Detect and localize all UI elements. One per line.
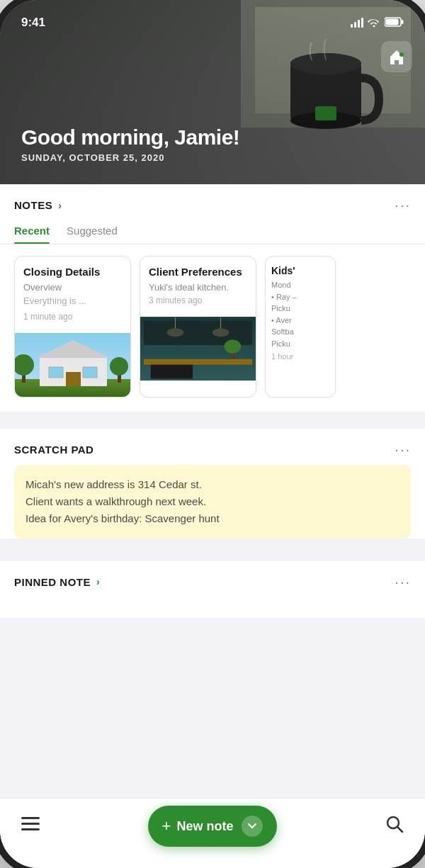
wifi-icon: [368, 17, 380, 29]
home-icon[interactable]: [381, 41, 412, 72]
tab-suggested[interactable]: Suggested: [67, 220, 118, 244]
svg-rect-29: [144, 359, 252, 364]
note-card-closing-details[interactable]: Closing Details Overview Everything is .…: [14, 256, 131, 398]
pinned-note-more-button[interactable]: ···: [395, 574, 411, 590]
status-icons: [351, 17, 404, 29]
note-image-kitchen: [140, 317, 256, 381]
tab-recent[interactable]: Recent: [14, 220, 50, 244]
notes-tabs: Recent Suggested: [0, 220, 425, 244]
note-preview-1: Everything is ...: [23, 295, 122, 306]
divider-2: [0, 553, 425, 561]
new-note-button[interactable]: + New note: [148, 806, 278, 847]
bottom-spacer: [0, 626, 425, 641]
pinned-note-arrow[interactable]: ›: [96, 576, 100, 587]
notes-title: NOTES ›: [14, 199, 62, 211]
pinned-note-title: PINNED NOTE ›: [14, 576, 100, 588]
partial-title: Kids': [271, 265, 329, 276]
hamburger-menu-icon[interactable]: [21, 817, 40, 835]
partial-body: Kids' Mond • Ray – Picku • Aver Softba P…: [266, 257, 335, 366]
scratch-pad-title: SCRATCH PAD: [14, 444, 94, 456]
svg-rect-34: [21, 823, 40, 825]
note-title-2: Client Preferences: [149, 265, 247, 279]
svg-point-26: [167, 328, 184, 337]
status-bar: 9:41: [0, 0, 425, 35]
note-time-1: 1 minute ago: [23, 312, 122, 322]
note-card-client-preferences[interactable]: Client Preferences Yuki's ideal kitchen.…: [140, 256, 256, 398]
scratch-pad-text: Micah's new address is 314 Cedar st. Cli…: [26, 478, 220, 524]
search-button[interactable]: [385, 815, 404, 838]
svg-point-11: [400, 52, 404, 57]
notes-more-button[interactable]: ···: [395, 197, 411, 213]
note-card-body-1: Closing Details Overview Everything is .…: [15, 257, 130, 333]
pinned-note-section: PINNED NOTE › ···: [0, 561, 425, 618]
svg-rect-17: [83, 367, 97, 378]
notes-section: NOTES › ··· Recent Suggested Cl: [0, 184, 425, 412]
hero-text: Good morning, Jamie! SUNDAY, OCTOBER 25,…: [21, 125, 239, 163]
note-time-2: 3 minutes ago: [149, 295, 247, 305]
partial-time: 1 hour: [271, 352, 329, 361]
hero-greeting: Good morning, Jamie!: [21, 125, 239, 150]
note-title-1: Closing Details: [23, 265, 122, 279]
pinned-note-header: PINNED NOTE › ···: [0, 561, 425, 597]
notes-cards-scroll: Closing Details Overview Everything is .…: [0, 247, 425, 412]
tab-suggested-label: Suggested: [67, 225, 118, 237]
svg-rect-2: [402, 20, 404, 24]
notes-header: NOTES › ···: [0, 184, 425, 220]
signal-icon: [351, 18, 363, 28]
note-subtitle-2: Yuki's ideal kitchen.: [149, 282, 247, 293]
scratch-pad-title-text: SCRATCH PAD: [14, 444, 94, 456]
svg-line-37: [397, 827, 402, 832]
svg-rect-16: [49, 367, 63, 378]
svg-point-32: [225, 339, 242, 354]
note-card-partial-kids[interactable]: Kids' Mond • Ray – Picku • Aver Softba P…: [265, 256, 336, 398]
note-card-body-2: Client Preferences Yuki's ideal kitchen.…: [140, 257, 256, 317]
pinned-note-title-text: PINNED NOTE: [14, 576, 91, 588]
tab-recent-label: Recent: [14, 225, 50, 237]
notes-title-arrow[interactable]: ›: [58, 200, 62, 211]
svg-rect-1: [386, 18, 399, 25]
new-note-label: New note: [176, 819, 233, 834]
main-content: NOTES › ··· Recent Suggested Cl: [0, 184, 425, 798]
note-subtitle-1: Overview: [23, 282, 122, 293]
scratch-pad-content[interactable]: Micah's new address is 314 Cedar st. Cli…: [14, 465, 411, 539]
scratch-pad-section: SCRATCH PAD ··· Micah's new address is 3…: [0, 429, 425, 539]
divider-1: [0, 420, 425, 429]
new-note-plus-icon: +: [162, 817, 171, 835]
svg-rect-33: [21, 817, 40, 819]
battery-icon: [385, 17, 404, 29]
svg-rect-18: [66, 372, 81, 386]
scratch-pad-more-button[interactable]: ···: [395, 441, 411, 458]
hero-date: SUNDAY, OCTOBER 25, 2020: [21, 152, 239, 163]
svg-point-28: [212, 328, 230, 337]
notes-title-text: NOTES: [14, 199, 52, 211]
bottom-bar: + New note: [0, 798, 425, 868]
status-time: 9:41: [21, 16, 45, 30]
note-image-house: [15, 333, 130, 397]
new-note-chevron-icon[interactable]: [242, 816, 263, 837]
svg-rect-35: [21, 828, 40, 830]
scratch-pad-header: SCRATCH PAD ···: [0, 429, 425, 465]
svg-point-22: [110, 357, 128, 376]
svg-rect-30: [151, 364, 193, 378]
phone-frame: 9:41: [0, 0, 425, 868]
partial-items: Mond • Ray – Picku • Aver Softba Picku: [271, 279, 329, 349]
